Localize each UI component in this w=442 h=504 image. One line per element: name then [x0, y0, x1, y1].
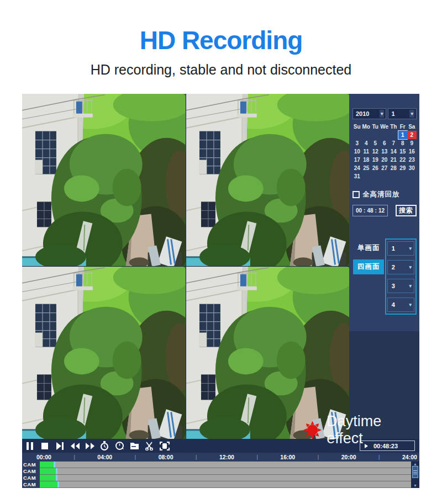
- calendar-day[interactable]: 27: [380, 164, 390, 172]
- day-header: Mo: [362, 124, 371, 130]
- playhead-marker[interactable]: [56, 468, 57, 474]
- calendar-day[interactable]: 31: [352, 172, 362, 181]
- day-header: Tu: [371, 124, 380, 130]
- checkbox-icon[interactable]: [352, 191, 360, 198]
- folder-icon[interactable]: [130, 441, 145, 451]
- calendar-day[interactable]: 18: [362, 156, 371, 164]
- calendar-day[interactable]: 22: [398, 156, 408, 164]
- calendar-day[interactable]: 20: [380, 156, 390, 164]
- calendar-day[interactable]: 15: [398, 147, 408, 156]
- cam-track[interactable]: [40, 481, 419, 488]
- calendar-week: 17181920212223: [352, 156, 417, 164]
- quad-view-button[interactable]: 四画面: [353, 259, 384, 274]
- calendar-day[interactable]: 9: [407, 139, 417, 147]
- cam-track[interactable]: [40, 468, 419, 475]
- scrollbar-thumb[interactable]: [412, 466, 418, 478]
- camera-view-3[interactable]: [22, 267, 186, 439]
- fast-forward-button[interactable]: [85, 441, 100, 451]
- timeline-cam-row[interactable]: CAM 1: [22, 461, 419, 468]
- calendar-day[interactable]: 6: [380, 139, 390, 147]
- timeline-cam-row[interactable]: CAM 4: [22, 481, 419, 488]
- camera-view-1[interactable]: [22, 94, 186, 266]
- search-time-input[interactable]: 00:48:12: [352, 205, 388, 216]
- step-play-button[interactable]: [55, 441, 70, 451]
- month-select[interactable]: 1 ▾: [388, 108, 417, 119]
- pause-button[interactable]: [25, 441, 40, 451]
- calendar-day[interactable]: 11: [362, 147, 371, 156]
- calendar-grid: 1234567891011121314151617181920212223242…: [352, 131, 417, 181]
- stop-button[interactable]: [40, 441, 55, 451]
- chevron-down-icon: ▾: [380, 110, 385, 118]
- channel-select-3[interactable]: 3▾: [387, 279, 414, 293]
- single-view-button[interactable]: 单画面: [353, 241, 384, 256]
- day-header: We: [380, 124, 390, 130]
- calendar-day[interactable]: 30: [407, 164, 417, 172]
- calendar-day[interactable]: 25: [362, 164, 371, 172]
- hd-playback-checkbox-label: 全高清回放: [362, 190, 400, 199]
- scroll-down-icon[interactable]: ▼: [413, 484, 417, 487]
- recorded-segment: [40, 461, 54, 468]
- page-subtitle: HD recording, stable and not disconnecte…: [0, 62, 442, 78]
- calendar-day[interactable]: 19: [371, 156, 380, 164]
- cut-icon[interactable]: [145, 441, 160, 451]
- channel-select-4[interactable]: 4▾: [387, 298, 414, 312]
- scroll-up-icon[interactable]: ▲: [413, 462, 417, 466]
- timeline-hour-label: 04:00: [97, 454, 112, 460]
- calendar-day[interactable]: 8: [398, 139, 408, 147]
- daytime-effect-overlay: Daytime effect: [303, 413, 419, 447]
- calendar-day[interactable]: 14: [389, 147, 398, 156]
- timeline-hours: 00:00|04:00|08:00|12:00|16:00|20:00|24:0…: [22, 453, 419, 461]
- calendar-day[interactable]: 7: [389, 139, 398, 147]
- channel-select-2[interactable]: 2▾: [387, 260, 414, 274]
- calendar-day[interactable]: 5: [371, 139, 380, 147]
- calendar-day[interactable]: 24: [352, 164, 362, 172]
- calendar-day[interactable]: 16: [407, 147, 417, 156]
- calendar-day[interactable]: 10: [352, 147, 362, 156]
- timeline-scrollbar[interactable]: ▲ ▼: [411, 461, 419, 488]
- playhead-marker[interactable]: [57, 481, 59, 487]
- playhead-marker[interactable]: [54, 461, 55, 468]
- calendar-day[interactable]: 26: [371, 164, 380, 172]
- month-select-value: 1: [391, 110, 394, 117]
- calendar-day[interactable]: 21: [389, 156, 398, 164]
- calendar-week: 10111213141516: [352, 147, 417, 156]
- channel-select-group: 1▾2▾3▾4▾: [385, 238, 417, 315]
- cam-track[interactable]: [40, 461, 419, 468]
- replay-clock-icon[interactable]: [115, 441, 130, 451]
- calendar-day[interactable]: 12: [371, 147, 380, 156]
- calendar-empty: [371, 131, 380, 139]
- calendar-empty: [371, 172, 380, 181]
- calendar-day[interactable]: 13: [380, 147, 390, 156]
- calendar-day[interactable]: 2: [407, 131, 417, 139]
- timeline-cam-row[interactable]: CAM 3: [22, 475, 419, 481]
- timeline-cam-row[interactable]: CAM 2: [22, 468, 419, 475]
- rewind-button[interactable]: [70, 441, 85, 451]
- calendar-day[interactable]: 17: [352, 156, 362, 164]
- search-button[interactable]: 搜索: [396, 205, 417, 216]
- chevron-down-icon: ▾: [409, 302, 412, 307]
- search-time-hh: 00: [356, 208, 362, 214]
- cam-track[interactable]: [40, 475, 419, 481]
- playhead-marker[interactable]: [56, 475, 57, 481]
- calendar-empty: [407, 172, 417, 181]
- calendar-week: 3456789: [352, 139, 417, 147]
- hd-playback-checkbox-row: 全高清回放: [352, 190, 417, 199]
- calendar-day[interactable]: 1: [398, 131, 408, 139]
- year-select[interactable]: 2010 ▾: [352, 108, 386, 119]
- timeline-hour-label: 00:00: [36, 454, 51, 460]
- calendar-day[interactable]: 23: [407, 156, 417, 164]
- calendar-day[interactable]: 28: [389, 164, 398, 172]
- calendar-empty: [389, 131, 398, 139]
- stopwatch-icon[interactable]: [100, 441, 115, 451]
- cam-label: CAM 2: [22, 468, 40, 475]
- calendar-day[interactable]: 3: [352, 139, 362, 147]
- timeline-hour-label: 16:00: [280, 454, 295, 460]
- calendar-day[interactable]: 29: [398, 164, 408, 172]
- chevron-down-icon: ▾: [409, 246, 412, 251]
- recorded-segment: [40, 468, 56, 474]
- channel-select-1[interactable]: 1▾: [387, 241, 414, 256]
- camera-view-2[interactable]: [186, 94, 350, 266]
- calendar-week: 12: [352, 131, 417, 139]
- fullscreen-icon[interactable]: [160, 441, 175, 451]
- calendar-day[interactable]: 4: [362, 139, 371, 147]
